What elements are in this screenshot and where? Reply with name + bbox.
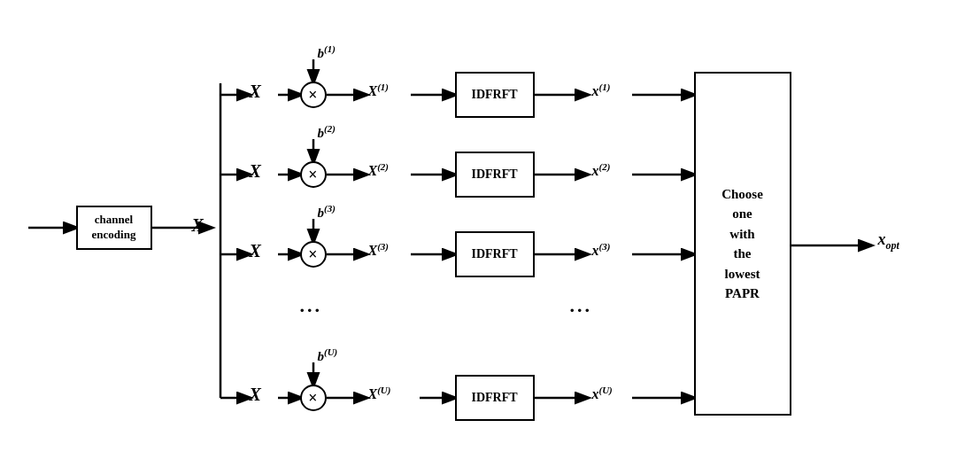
- x2-out-label: x(2): [592, 161, 611, 179]
- b2-label: b(2): [318, 123, 336, 141]
- idfrft-box-rowU: IDFRFT: [455, 375, 535, 421]
- choose-box: ChooseonewiththelowestPAPR: [694, 72, 791, 416]
- X2-label: X(2): [368, 161, 390, 179]
- multiply-circle-row2: ×: [300, 161, 327, 188]
- multiply-circle-row1: ×: [300, 82, 327, 108]
- xopt-label: xopt: [878, 230, 899, 253]
- X1-label: X(1): [368, 82, 390, 99]
- xU-out-label: x(U): [592, 385, 613, 402]
- choose-label: ChooseonewiththelowestPAPR: [721, 184, 763, 304]
- XU-label: X(U): [368, 385, 391, 402]
- x-label-row3: X: [250, 241, 261, 261]
- x-label-rowU: X: [250, 385, 261, 405]
- x-label-row1: X: [250, 82, 261, 102]
- idfrft-box-row3: IDFRFT: [455, 231, 535, 277]
- b1-label: b(1): [318, 43, 336, 61]
- x3-out-label: x(3): [592, 241, 611, 259]
- x1-out-label: x(1): [592, 82, 611, 99]
- multiply-circle-rowU: ×: [300, 385, 327, 411]
- x-label-row2: X: [250, 161, 261, 182]
- block-diagram: channelencoding X X b(1) × X(1) IDFRFT x…: [21, 17, 960, 442]
- multiply-circle-row3: ×: [300, 241, 327, 268]
- dots-right: ···: [570, 299, 593, 322]
- X3-label: X(3): [368, 241, 390, 259]
- idfrft-box-row2: IDFRFT: [455, 152, 535, 198]
- dots-left: ···: [300, 299, 323, 322]
- channel-encoding-box: channelencoding: [76, 206, 152, 250]
- bU-label: b(U): [318, 346, 338, 364]
- b3-label: b(3): [318, 203, 336, 221]
- idfrft-box-row1: IDFRFT: [455, 72, 535, 118]
- x-main-label: X: [192, 215, 204, 236]
